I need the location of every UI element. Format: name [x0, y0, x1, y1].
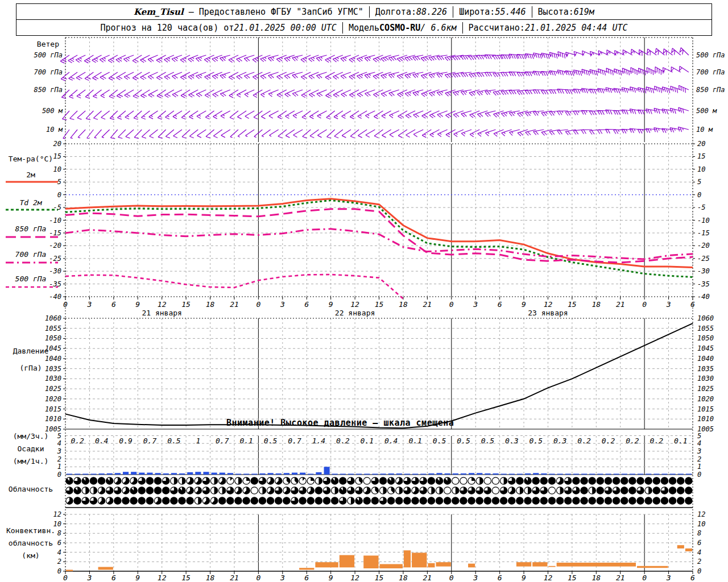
precip-bar	[461, 473, 466, 475]
wind-barb-icon	[390, 130, 399, 137]
wind-barb-icon	[366, 130, 375, 138]
hour-label-mid: 0	[256, 300, 260, 309]
conv-tick-left: 12	[53, 510, 61, 518]
wind-barb-icon	[302, 111, 311, 119]
wind-level-label-right: 500 м	[696, 107, 717, 115]
hour-label-bottom: 3	[280, 573, 285, 582]
cloud-cover-icon	[444, 497, 450, 504]
precip-bar	[292, 473, 297, 475]
cloud-cover-icon	[162, 487, 169, 494]
precip-bar	[557, 474, 563, 475]
wind-barb-icon	[292, 55, 303, 61]
convective-cloud-bar	[557, 563, 636, 567]
hour-label-mid: 3	[87, 300, 92, 309]
wind-barb-icon	[125, 90, 134, 98]
cloud-cover-fill	[93, 487, 97, 494]
wind-barb-icon	[680, 66, 689, 72]
precip-3h-value: 0.2	[602, 436, 615, 445]
convective-cloud-bar	[404, 550, 411, 567]
hour-label-mid: 12	[544, 300, 553, 309]
wind-barb-icon	[221, 130, 230, 138]
hour-label-mid: 15	[375, 300, 384, 309]
cloud-cover-icon	[122, 497, 129, 504]
cloud-cover-fill	[456, 487, 459, 494]
wind-barb-icon	[317, 130, 326, 138]
cloud-cover-icon	[532, 477, 539, 484]
cloud-cover-icon	[218, 497, 225, 504]
precip-bar	[573, 474, 579, 475]
convective-cloud-bar	[412, 553, 427, 568]
precip-bar	[517, 474, 523, 475]
cloud-cover-fill	[528, 487, 531, 494]
hour-label-bottom: 9	[329, 573, 333, 582]
precip-tick-left: 3	[57, 447, 61, 455]
wind-barb-icon	[109, 72, 118, 80]
precip-bar	[581, 474, 587, 475]
precip-bar	[493, 473, 498, 475]
wind-barb-icon	[69, 90, 78, 98]
wind-level-label-left: 500 м	[42, 107, 63, 115]
wind-barb-icon	[117, 72, 126, 80]
wind-barb-icon	[317, 90, 327, 97]
temp-tick-right: 20	[697, 140, 705, 148]
wind-barb-icon	[101, 111, 110, 119]
temp-tick-left: -15	[49, 229, 61, 237]
cloud-cover-icon	[259, 497, 266, 504]
cloud-cover-icon	[661, 477, 668, 484]
cloud-cover-fill	[504, 477, 507, 484]
wind-barb-icon	[245, 111, 254, 119]
wind-barb-icon	[374, 130, 383, 138]
cloud-cover-icon	[154, 487, 161, 494]
convective-cloud-bar	[428, 563, 435, 568]
wind-barb-icon	[93, 90, 101, 98]
cloud-cover-icon	[146, 487, 153, 494]
precip-3h-value: 0.1	[361, 436, 374, 445]
cloud-cover-icon	[299, 497, 306, 504]
cloud-cover-icon	[315, 487, 322, 494]
cloud-cover-icon	[581, 477, 588, 484]
pressure-tick-left: 1045	[45, 344, 61, 352]
hour-label-bottom: 0	[63, 573, 68, 582]
cloud-cover-fill	[479, 477, 483, 484]
precip-bar	[75, 474, 80, 475]
convective-cloud-bar	[380, 564, 403, 569]
wind-barb-icon	[316, 55, 326, 61]
wind-barb-icon	[213, 111, 222, 119]
convective-cloud-bar	[468, 564, 475, 568]
wind-barb-icon	[172, 72, 182, 79]
temp-tick-left: -40	[49, 293, 61, 301]
cloud-cover-icon	[460, 497, 467, 504]
wind-barb-icon	[437, 111, 448, 118]
cloud-cover-icon	[492, 497, 499, 504]
conv-tick-left: 10	[53, 520, 61, 528]
cloud-cover-icon	[98, 477, 105, 484]
conv-tick-right: 2	[697, 558, 701, 566]
cloud-cover-icon	[573, 497, 580, 504]
precip-3h-value: 0.5	[167, 436, 181, 445]
precip-tick-right: 3	[697, 447, 701, 455]
wind-barb-icon	[148, 90, 158, 97]
precip-bar	[251, 474, 257, 475]
wind-barb-icon	[92, 55, 102, 63]
wind-barb-icon	[173, 111, 182, 119]
precip-bar	[653, 474, 659, 475]
wind-barb-icon	[342, 130, 351, 138]
cloud-cover-icon	[283, 497, 290, 504]
cloud-cover-icon	[187, 497, 193, 504]
wind-barb-icon	[317, 111, 327, 118]
precip-bar	[179, 473, 185, 475]
precip-bar	[396, 473, 402, 475]
precip-3h-value: 0.2	[71, 436, 84, 445]
precip-3h-value: 0.7	[288, 436, 301, 445]
precip-tick-left: 0	[57, 471, 61, 479]
cloud-cover-icon	[685, 477, 692, 484]
convective-cloud-bar	[436, 562, 450, 567]
wind-barb-icon	[413, 90, 423, 96]
precip-bar	[243, 474, 249, 475]
wind-barb-icon	[196, 90, 206, 97]
wind-barb-icon	[133, 72, 142, 80]
cloud-cover-icon	[251, 487, 258, 494]
wind-barb-icon	[189, 90, 198, 97]
cloud-cover-icon	[581, 497, 588, 504]
wind-barb-icon	[647, 49, 656, 55]
